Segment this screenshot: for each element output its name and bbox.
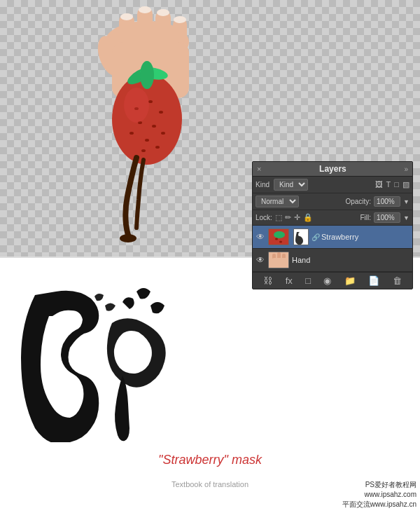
watermark: PS爱好者教程网 www.ipsahz.com 平面交流www.ipsahz.c… xyxy=(342,480,416,509)
layers-panel-title: Layers xyxy=(319,164,346,174)
lock-brush-icon[interactable]: ✏ xyxy=(285,213,291,222)
layers-expand-icon[interactable]: » xyxy=(404,165,408,173)
svg-point-18 xyxy=(145,139,149,142)
watermark-line3: 平面交流www.ipsahz.cn xyxy=(342,500,416,509)
svg-point-30 xyxy=(275,238,278,240)
layer-name-strawberry: Strawberry xyxy=(321,233,410,241)
svg-point-21 xyxy=(155,146,160,149)
layer-item-hand[interactable]: 👁 Hand xyxy=(253,249,412,272)
layer-link-strawberry[interactable]: 🔗 xyxy=(312,233,318,241)
fill-label: Fill: xyxy=(360,214,372,221)
layers-panel-controls: » xyxy=(404,165,408,173)
lock-move-icon[interactable]: ✛ xyxy=(294,213,300,222)
layers-title-bar: × Layers » xyxy=(253,162,412,177)
opacity-label: Opacity: xyxy=(345,198,371,205)
add-mask-icon[interactable]: □ xyxy=(305,275,311,286)
lock-label: Lock: xyxy=(255,214,272,221)
svg-point-19 xyxy=(161,132,165,135)
layer-mask-thumb-strawberry xyxy=(293,228,309,245)
canvas-bottom: "Strawberry" mask Textbook of translatio… xyxy=(0,256,420,513)
svg-point-26 xyxy=(120,234,136,242)
svg-point-8 xyxy=(139,6,151,13)
filter-pixel-icon[interactable]: 🖼 xyxy=(375,180,383,189)
layers-blend-row: Normal Multiply Screen Opacity: ▼ xyxy=(253,193,412,210)
adjustment-layer-icon[interactable]: ◉ xyxy=(323,275,331,286)
watermark-line1: PS爱好者教程网 xyxy=(342,480,416,490)
canvas-image xyxy=(28,0,245,252)
layer-thumb-strawberry xyxy=(268,228,289,245)
layer-thumb-hand xyxy=(268,252,289,268)
layers-kind-row: Kind Kind 🖼 T □ ▧ xyxy=(253,177,412,193)
filter-type-icon[interactable]: T xyxy=(386,180,391,189)
layer-item-strawberry[interactable]: 👁 🔗 Strawberry xyxy=(253,226,412,249)
add-style-icon[interactable]: fx xyxy=(286,275,293,286)
lock-icons-group: ⬚ ✏ ✛ 🔒 xyxy=(275,213,313,222)
svg-point-14 xyxy=(159,111,163,114)
layers-lock-row: Lock: ⬚ ✏ ✛ 🔒 Fill: ▼ xyxy=(253,210,412,226)
kind-dropdown[interactable]: Kind xyxy=(274,179,308,191)
new-group-icon[interactable]: 📁 xyxy=(344,275,356,286)
mask-label: "Strawberry" mask xyxy=(158,453,262,467)
svg-point-10 xyxy=(174,16,186,23)
mask-svg xyxy=(14,267,196,442)
svg-point-22 xyxy=(124,88,149,123)
svg-point-17 xyxy=(130,132,134,135)
kind-label: Kind xyxy=(255,181,270,189)
opacity-input[interactable] xyxy=(374,196,400,207)
layers-toolbar: ⛓ fx □ ◉ 📁 📄 🗑 xyxy=(253,272,412,289)
svg-point-20 xyxy=(141,149,146,152)
svg-rect-37 xyxy=(272,258,289,268)
textbook-label: Textbook of translation xyxy=(172,480,248,488)
svg-point-7 xyxy=(120,13,133,20)
lock-transparent-icon[interactable]: ⬚ xyxy=(275,213,282,222)
svg-point-16 xyxy=(152,125,156,128)
watermark-line2: www.ipsahz.com xyxy=(342,490,416,500)
lock-all-icon[interactable]: 🔒 xyxy=(303,213,313,222)
fill-dropdown-icon[interactable]: ▼ xyxy=(403,214,410,221)
layer-visibility-hand[interactable]: 👁 xyxy=(255,255,265,265)
opacity-dropdown-icon[interactable]: ▼ xyxy=(403,198,410,205)
svg-point-9 xyxy=(157,9,169,16)
link-layers-icon[interactable]: ⛓ xyxy=(263,275,272,286)
layer-name-hand: Hand xyxy=(292,256,410,264)
filter-shape-icon[interactable]: □ xyxy=(394,180,399,189)
filter-adjustment-icon[interactable]: ▧ xyxy=(402,180,410,189)
layers-panel: × Layers » Kind Kind 🖼 T □ ▧ Normal Mult… xyxy=(252,161,413,289)
fill-input[interactable] xyxy=(374,212,400,223)
svg-point-31 xyxy=(279,241,282,243)
svg-point-25 xyxy=(140,61,154,89)
svg-point-13 xyxy=(148,100,153,103)
new-layer-icon[interactable]: 📄 xyxy=(368,275,379,286)
mask-image-container xyxy=(14,267,196,442)
layers-close-icon[interactable]: × xyxy=(257,165,261,173)
delete-layer-icon[interactable]: 🗑 xyxy=(393,275,402,286)
filter-icons: 🖼 T □ ▧ xyxy=(375,180,410,189)
svg-point-29 xyxy=(274,231,285,238)
layer-visibility-strawberry[interactable]: 👁 xyxy=(255,232,265,242)
blend-mode-dropdown[interactable]: Normal Multiply Screen xyxy=(255,196,299,207)
